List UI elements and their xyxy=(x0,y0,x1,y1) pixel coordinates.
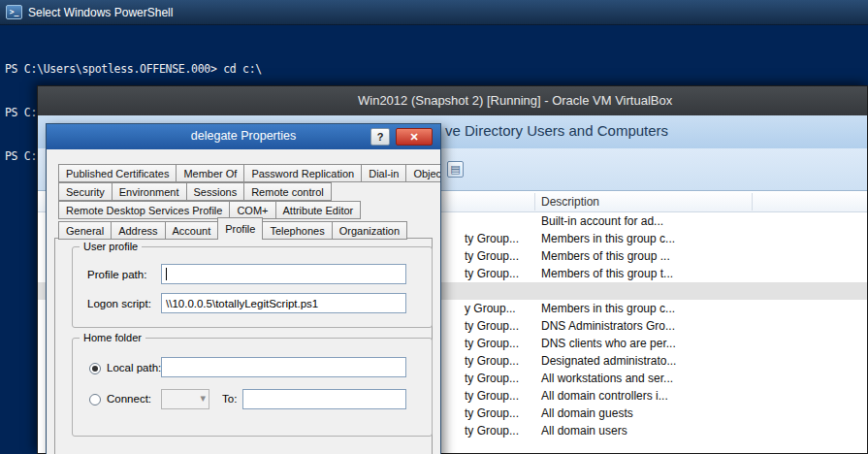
help-button[interactable]: ? xyxy=(370,128,390,146)
type-cell: ty Group... xyxy=(465,424,519,438)
list-view-icon[interactable]: ▤ xyxy=(447,161,464,178)
description-cell: Members in this group c... xyxy=(541,302,675,315)
chevron-down-icon: ▾ xyxy=(200,392,206,405)
user-profile-legend: User profile xyxy=(80,241,142,252)
description-cell: Built-in account for ad... xyxy=(541,214,663,228)
tab-security[interactable]: Security xyxy=(58,182,113,201)
type-cell: ty Group... xyxy=(465,337,519,350)
type-cell: ty Group... xyxy=(465,319,519,333)
type-cell: ty Group... xyxy=(465,406,519,420)
screen: >_ Select Windows PowerShell PS C:\Users… xyxy=(0,0,868,454)
logon-script-input[interactable] xyxy=(161,293,406,313)
tab-rds-profile[interactable]: Remote Desktop Services Profile xyxy=(58,201,230,219)
tab-organization[interactable]: Organization xyxy=(332,221,407,240)
tab-row: SecurityEnvironmentSessionsRemote contro… xyxy=(58,182,331,201)
tab-address[interactable]: Address xyxy=(111,221,165,240)
to-label: To: xyxy=(222,393,237,405)
description-cell: All domain guests xyxy=(541,406,633,420)
tab-member-of[interactable]: Member Of xyxy=(176,164,244,182)
description-cell: Members of this group ... xyxy=(541,249,670,263)
tab-account[interactable]: Account xyxy=(165,221,219,240)
tab-telephones[interactable]: Telephones xyxy=(262,221,332,240)
type-cell: ty Group... xyxy=(465,232,519,245)
tab-general[interactable]: General xyxy=(58,221,112,240)
type-cell: ty Group... xyxy=(465,389,519,403)
description-cell: DNS clients who are per... xyxy=(541,337,676,350)
close-button[interactable]: ✕ xyxy=(396,128,433,146)
tab-row: Published CertificatesMember OfPassword … xyxy=(58,164,441,182)
logon-script-label: Logon script: xyxy=(87,298,151,309)
type-cell: ty Group... xyxy=(465,249,519,263)
powershell-title: Select Windows PowerShell xyxy=(28,6,173,19)
tab-dial-in[interactable]: Dial-in xyxy=(361,164,406,182)
description-cell: All workstations and ser... xyxy=(541,372,673,385)
home-folder-legend: Home folder xyxy=(80,332,145,343)
description-cell: Designated administrato... xyxy=(541,354,676,368)
tab-published-certificates[interactable]: Published Certificates xyxy=(58,164,177,182)
profile-path-label: Profile path: xyxy=(87,269,146,280)
local-path-input[interactable] xyxy=(161,357,406,377)
column-separator[interactable] xyxy=(534,193,535,211)
profile-path-input[interactable] xyxy=(161,264,406,284)
type-cell: ty Group... xyxy=(465,354,519,368)
description-cell: DNS Administrators Gro... xyxy=(541,319,675,333)
powershell-icon: >_ xyxy=(6,5,22,19)
type-cell: ty Group... xyxy=(465,267,519,280)
column-separator[interactable] xyxy=(752,193,753,211)
tab-object[interactable]: Object xyxy=(405,164,441,182)
virtualbox-titlebar[interactable]: Win2012 (Snapshot 2) [Running] - Oracle … xyxy=(38,86,867,115)
powershell-titlebar[interactable]: >_ Select Windows PowerShell xyxy=(0,0,868,25)
dialog-titlebar[interactable]: delegate Properties ? ✕ xyxy=(47,124,440,149)
tab-remote-control[interactable]: Remote control xyxy=(243,182,332,201)
description-column-header[interactable]: Description xyxy=(541,195,599,209)
ad-window-title: ve Directory Users and Computers xyxy=(445,122,668,139)
text-caret xyxy=(166,268,167,280)
description-cell: All domain users xyxy=(541,424,627,438)
type-cell: ty Group... xyxy=(465,372,519,385)
tab-row: Remote Desktop Services ProfileCOM+Attri… xyxy=(58,201,360,219)
delegate-properties-dialog: delegate Properties ? ✕ Published Certif… xyxy=(46,123,441,454)
home-folder-group xyxy=(72,338,433,437)
tab-environment[interactable]: Environment xyxy=(112,182,187,201)
tab-row: GeneralAddressAccountProfileTelephonesOr… xyxy=(58,219,406,241)
connect-to-input[interactable] xyxy=(242,389,406,409)
description-cell: Members in this group c... xyxy=(541,232,675,245)
tab-profile[interactable]: Profile xyxy=(217,217,263,239)
virtualbox-title: Win2012 (Snapshot 2) [Running] - Oracle … xyxy=(358,93,672,108)
description-cell: Members of this group t... xyxy=(541,267,673,280)
tab-attribute-editor[interactable]: Attribute Editor xyxy=(275,201,362,219)
connect-label: Connect: xyxy=(107,393,151,405)
drive-letter-dropdown[interactable]: ▾ xyxy=(161,389,209,409)
local-path-radio[interactable] xyxy=(89,363,101,374)
user-profile-group xyxy=(72,246,433,328)
console-line: PS C:\Users\spotless.OFFENSE.000> cd c:\ xyxy=(5,62,868,77)
tab-sessions[interactable]: Sessions xyxy=(186,182,245,201)
description-cell: All domain controllers i... xyxy=(541,389,668,403)
connect-radio[interactable] xyxy=(89,394,101,405)
type-cell: y Group... xyxy=(465,302,516,315)
tab-password-replication[interactable]: Password Replication xyxy=(243,164,362,182)
local-path-label: Local path: xyxy=(107,362,161,373)
